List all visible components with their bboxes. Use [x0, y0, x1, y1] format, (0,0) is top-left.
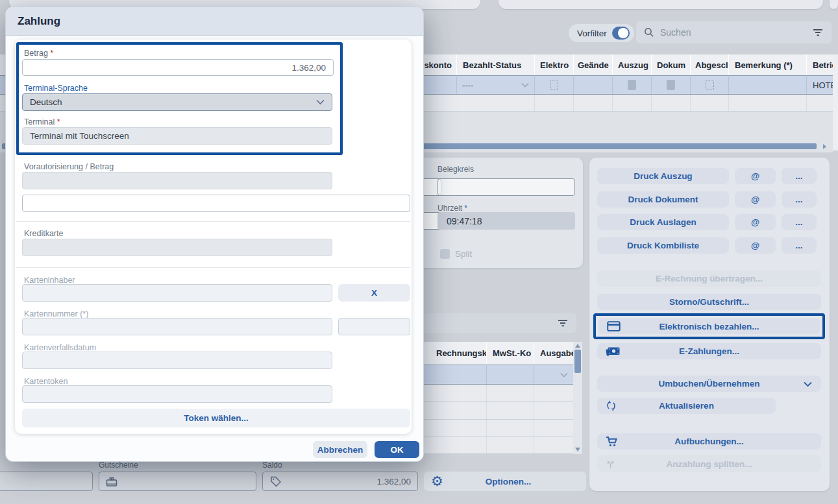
more-auslagen-button[interactable]: ... [782, 214, 817, 230]
druck-auslagen-button[interactable]: Druck Auslagen [597, 214, 729, 230]
zahlung-dialog: Zahlung Betrag * Terminal-Sprache Deutsc… [5, 6, 424, 462]
aktualisieren-label: Aktualisieren [659, 401, 714, 411]
cart-icon [606, 436, 618, 447]
email-kombiliste-button[interactable]: @ [735, 237, 776, 254]
umbuchen-label: Umbuchen/Übernehmen [658, 379, 759, 389]
cell-empty [430, 420, 487, 437]
druck-dokument-button[interactable]: Druck Dokument [597, 191, 729, 208]
optionen-bar[interactable]: ⚙ Optionen... [424, 472, 586, 491]
terminal-sprache-select[interactable]: Deutsch [22, 93, 332, 111]
scroll-down-arrow[interactable] [575, 448, 580, 452]
col-rechnungsk[interactable]: Rechnungsk [430, 342, 487, 365]
cell-empty [430, 365, 487, 384]
split-label: Split [455, 249, 472, 259]
col-dokum[interactable]: Dokum [652, 54, 691, 75]
col-betrieb[interactable]: Betrie [807, 54, 833, 75]
col-mwst[interactable]: MwSt.-Ko [487, 342, 534, 365]
cell-elektro[interactable] [535, 76, 574, 94]
more-dokument-button[interactable]: ... [782, 191, 817, 208]
aufbuchungen-button[interactable]: Aufbuchungen... [597, 433, 821, 450]
email-auszug-button[interactable]: @ [735, 168, 776, 184]
cell-bezahlt-status[interactable]: ---- [457, 76, 535, 94]
cell-empty [430, 437, 487, 453]
cell-abgescl[interactable] [691, 76, 729, 94]
cell-auszug[interactable] [613, 76, 652, 94]
col-auszug[interactable]: Auszug [613, 54, 652, 75]
token-waehlen-button[interactable]: Token wählen... [22, 409, 410, 427]
scroll-up-arrow[interactable] [575, 344, 580, 348]
col-bemerkung[interactable]: Bemerkung (*) [729, 54, 807, 75]
cell-empty [487, 437, 534, 453]
v-scrollbar-track[interactable] [833, 54, 838, 150]
kartentoken-input [22, 385, 332, 403]
checkbox-filled[interactable] [628, 80, 636, 90]
betrag-input[interactable] [30, 63, 326, 73]
e-zahlungen-label: E-Zahlungen... [679, 346, 739, 356]
e-zahlungen-button[interactable]: E-Zahlungen... [597, 343, 821, 359]
gutscheine-input[interactable] [99, 472, 256, 491]
col-elektro[interactable]: Elektro [535, 54, 574, 75]
scroll-right-arrow[interactable] [822, 144, 827, 149]
aufbuchungen-label: Aufbuchungen... [674, 437, 743, 446]
cell-dokum[interactable] [652, 76, 691, 94]
cell-empty [430, 402, 487, 419]
anzahlung-splitten-button: Anzahlung splitten... [597, 455, 821, 472]
druck-kombiliste-button[interactable]: Druck Kombiliste [597, 237, 729, 254]
v-scrollbar-thumb[interactable] [574, 350, 581, 373]
filter-icon[interactable] [557, 318, 569, 328]
col-geaende[interactable]: Geände [574, 54, 613, 75]
col-ausgabe[interactable]: Ausgabe [534, 342, 573, 365]
clear-card-button[interactable]: X [338, 284, 410, 302]
chevron-down-icon [560, 372, 568, 378]
elektronisch-bezahlen-button[interactable]: Elektronisch bezahlen... [598, 318, 820, 334]
vorautorisierung-input [22, 172, 332, 189]
kartennummer-input [22, 318, 332, 335]
checkbox-filled[interactable] [667, 80, 675, 90]
chevron-down-icon [804, 381, 812, 387]
checkbox-indeterminate[interactable] [706, 80, 714, 90]
storno-gutschrift-button[interactable]: Storno/Gutschrift... [597, 294, 821, 310]
top-panel-right [499, 0, 823, 9]
checkbox-indeterminate[interactable] [550, 80, 558, 90]
cancel-button[interactable]: Abbrechen [313, 441, 367, 458]
more-kombiliste-button[interactable]: ... [782, 237, 817, 254]
cell-empty [487, 402, 534, 419]
cell-empty [487, 420, 534, 437]
druck-auszug-button[interactable]: Druck Auszug [597, 168, 729, 184]
optionen-button[interactable]: Optionen... [443, 477, 573, 486]
cell-empty [652, 95, 691, 111]
actions-panel: Druck Auszug @ ... Druck Dokument @ ... … [589, 158, 830, 491]
vorfilter-toggle[interactable] [612, 27, 630, 40]
aktualisieren-button[interactable]: Aktualisieren [597, 398, 776, 414]
col-abgescl[interactable]: Abgescl [691, 54, 729, 75]
search-icon [644, 27, 654, 38]
footer-field-left[interactable] [0, 472, 93, 491]
vorfilter-label: Vorfilter [577, 29, 607, 38]
app-window: Vorfilter skonto Bezahlt-Status Elektro … [0, 0, 838, 504]
cell-ausgabe[interactable] [534, 365, 573, 384]
split-checkbox [440, 249, 450, 259]
kartennummer-label: Kartennummer (*) [24, 309, 88, 318]
divider [16, 267, 410, 268]
v-scrollbar[interactable] [573, 342, 582, 454]
vorfilter-toggle-group[interactable]: Vorfilter [569, 24, 634, 42]
chevron-down-icon [521, 82, 529, 88]
search-box[interactable] [636, 21, 832, 43]
betrag-input-wrap [22, 59, 334, 76]
email-auslagen-button[interactable]: @ [735, 214, 776, 230]
vorautorisierung-betrag-input[interactable] [22, 195, 410, 212]
col-bezahlt-status[interactable]: Bezahlt-Status [457, 54, 535, 75]
divider [16, 221, 410, 222]
search-input[interactable] [660, 27, 806, 38]
filter-icon[interactable] [812, 28, 824, 37]
kartennummer-suffix-input [338, 318, 410, 335]
credit-card-icon [607, 321, 621, 331]
cell-empty [729, 95, 807, 111]
gear-icon[interactable]: ⚙ [431, 475, 443, 488]
ok-button[interactable]: OK [375, 441, 419, 458]
umbuchen-uebernehmen-button[interactable]: Umbuchen/Übernehmen [597, 376, 821, 392]
kreditkarte-input [22, 239, 332, 256]
email-dokument-button[interactable]: @ [735, 191, 776, 208]
more-auszug-button[interactable]: ... [782, 168, 817, 184]
belegkreis-input[interactable] [437, 178, 575, 196]
